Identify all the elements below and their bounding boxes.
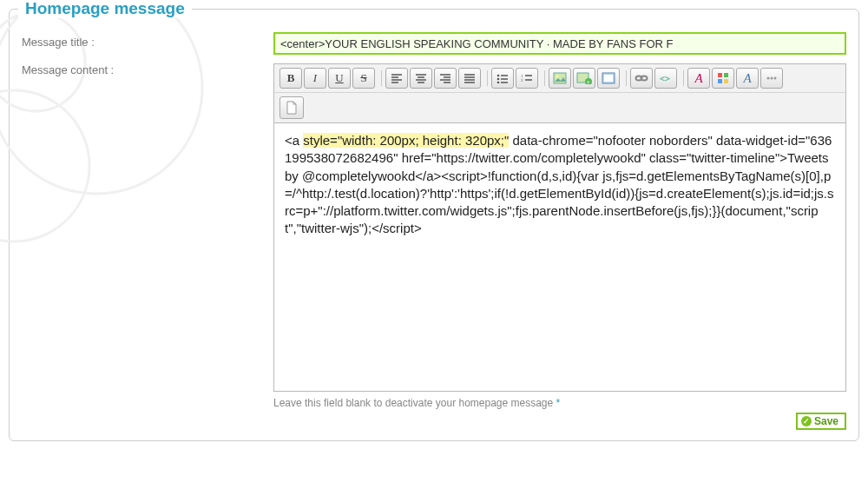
align-center-button[interactable] — [410, 68, 432, 89]
content-pre: <a — [285, 133, 303, 148]
message-content-editor[interactable]: <a style="width: 200px; height: 320px;" … — [273, 122, 846, 392]
image-add-button[interactable]: + — [573, 68, 595, 89]
save-button[interactable]: ✓ Save — [796, 413, 846, 430]
unordered-list-button[interactable] — [491, 68, 514, 89]
underline-button[interactable]: U — [328, 68, 351, 89]
svg-rect-37 — [724, 73, 728, 77]
row-content: Message content : B I U S — [22, 60, 846, 430]
image-frame-button[interactable] — [597, 68, 620, 89]
text-style-b-button[interactable]: A — [736, 68, 759, 89]
strike-button[interactable]: S — [352, 68, 375, 89]
editor-toolbar: B I U S — [273, 63, 846, 92]
palette-button[interactable] — [712, 68, 734, 89]
editor-toolbar-secondary — [273, 92, 846, 122]
align-right-button[interactable] — [434, 68, 457, 89]
italic-button[interactable]: I — [304, 68, 326, 89]
content-post: data-chrome="nofooter noborders" data-wi… — [285, 133, 834, 235]
svg-point-41 — [771, 77, 773, 80]
label-title: Message title : — [22, 32, 273, 49]
svg-rect-36 — [718, 73, 722, 77]
code-button[interactable]: <> — [654, 68, 677, 89]
align-left-button[interactable] — [385, 68, 408, 89]
svg-text:2: 2 — [521, 78, 523, 83]
svg-rect-32 — [604, 75, 613, 82]
hint-text: Leave this field blank to deactivate you… — [273, 397, 846, 409]
svg-rect-39 — [724, 79, 728, 83]
document-button[interactable] — [279, 96, 304, 119]
link-button[interactable] — [630, 68, 653, 89]
svg-text:<>: <> — [660, 74, 670, 83]
align-justify-button[interactable] — [458, 68, 481, 89]
section-title: Homepage message — [18, 0, 192, 18]
homepage-message-panel: Homepage message Message title : Message… — [9, 9, 859, 441]
text-style-a-button[interactable]: A — [687, 68, 710, 89]
svg-point-27 — [556, 76, 559, 78]
row-title: Message title : — [22, 32, 846, 55]
content-highlight: style="width: 200px; height: 320px;" — [303, 133, 509, 148]
image-button[interactable] — [549, 68, 571, 89]
svg-point-42 — [774, 77, 777, 80]
svg-text:+: + — [587, 78, 591, 84]
svg-point-16 — [497, 75, 500, 77]
bold-button[interactable]: B — [279, 68, 302, 89]
svg-point-17 — [497, 78, 500, 81]
svg-point-18 — [497, 82, 500, 83]
label-content: Message content : — [22, 60, 273, 76]
save-label: Save — [814, 415, 838, 427]
message-title-input[interactable] — [273, 32, 846, 55]
more-button[interactable] — [760, 68, 783, 89]
svg-point-40 — [767, 77, 770, 80]
svg-rect-26 — [554, 73, 566, 83]
svg-rect-38 — [718, 79, 722, 83]
ordered-list-button[interactable]: 12 — [516, 68, 538, 89]
check-icon: ✓ — [801, 416, 812, 426]
